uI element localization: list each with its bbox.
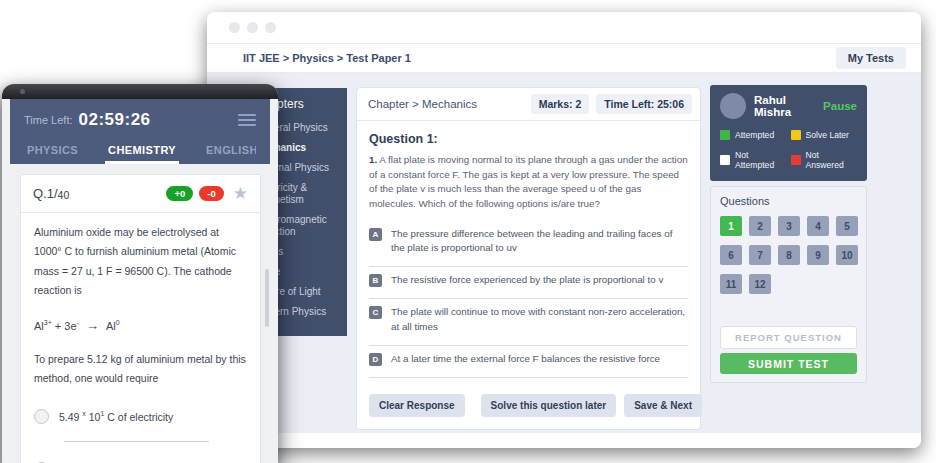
hamburger-menu-icon[interactable] bbox=[238, 114, 256, 126]
question-body: Question 1: 1. A flat plate is moving no… bbox=[357, 121, 700, 384]
status-legend: AttemptedSolve LaterNot AttemptedNot Ans… bbox=[720, 130, 857, 170]
formula-superscript: 3+ bbox=[44, 319, 52, 326]
solve-later-button[interactable]: Solve this question later bbox=[481, 394, 617, 417]
avatar bbox=[720, 93, 746, 119]
arrow-icon: → bbox=[86, 318, 99, 333]
option-c[interactable]: CThe plate will continue to move with co… bbox=[369, 299, 688, 345]
submit-test-button[interactable]: SUBMIT TEST bbox=[720, 353, 857, 374]
question-card: Chapter > Mechanics Marks: 2 Time Left: … bbox=[356, 87, 701, 430]
phone-question-card: Q.1/ 40 +0 -0 ★ Aluminium oxide may be e… bbox=[20, 174, 261, 463]
time-left-label: Time Left: bbox=[24, 114, 73, 126]
question-number-grid: 123456789101112 bbox=[720, 216, 857, 294]
report-question-button[interactable]: REPORT QUESTION bbox=[720, 326, 857, 349]
time-left-value: 02:59:26 bbox=[79, 110, 151, 130]
question-text: 1. A flat plate is moving normal to its … bbox=[369, 153, 688, 212]
tab-physics[interactable]: PHYSICS bbox=[24, 144, 81, 164]
tab-english-proficiency[interactable]: ENGLISH PROFICIENCY bbox=[203, 144, 256, 164]
page-content: Chapters General PhysicsMechanicsThermal… bbox=[207, 73, 921, 433]
camera-icon bbox=[20, 89, 25, 94]
legend-label: Not Answered bbox=[806, 150, 858, 170]
question-number-4[interactable]: 4 bbox=[807, 216, 829, 236]
option-text: The resistive force experienced by the p… bbox=[391, 273, 663, 287]
question-total: 40 bbox=[58, 189, 70, 201]
browser-toolbar bbox=[207, 12, 921, 44]
option-text: The plate will continue to move with con… bbox=[391, 305, 688, 333]
question-paragraph: To prepare 5.12 kg of aluminium metal by… bbox=[34, 350, 247, 389]
option-a[interactable]: AThe pressure difference between the lea… bbox=[369, 221, 688, 267]
option-b[interactable]: BThe resistive force experienced by the … bbox=[369, 267, 688, 299]
option-letter-badge: C bbox=[369, 306, 382, 319]
pause-button[interactable]: Pause bbox=[823, 100, 857, 112]
user-name: Rahul Mishra bbox=[754, 94, 815, 118]
formula-part: Al bbox=[34, 320, 44, 332]
option-letter-badge: B bbox=[369, 274, 382, 287]
window-control-dot bbox=[229, 22, 240, 33]
questions-panel: Questions 123456789101112 REPORT QUESTIO… bbox=[710, 186, 867, 383]
question-number-10[interactable]: 10 bbox=[836, 245, 858, 265]
questions-label: Questions bbox=[720, 195, 857, 207]
answer-option[interactable]: 5.49 x 101 C of electricity bbox=[34, 409, 247, 441]
save-next-button[interactable]: Save & Next bbox=[624, 394, 702, 417]
legend-label: Solve Later bbox=[806, 130, 849, 140]
legend-color-swatch bbox=[720, 155, 730, 165]
formula-superscript: - bbox=[77, 319, 79, 326]
question-number-1[interactable]: 1 bbox=[720, 216, 742, 236]
phone-question-body: Aluminium oxide may be electrolysed at 1… bbox=[21, 213, 260, 463]
question-number-12[interactable]: 12 bbox=[749, 274, 771, 294]
question-counter: Q.1/ bbox=[33, 186, 58, 201]
window-control-dot bbox=[265, 22, 276, 33]
legend-item-attempted: Attempted bbox=[720, 130, 787, 140]
browser-window: IIT JEE > Physics > Test Paper 1 My Test… bbox=[207, 12, 921, 448]
subject-tabs: PHYSICSCHEMISTRYENGLISH PROFICIENCY bbox=[24, 144, 256, 164]
option-d[interactable]: DAt a later time the external force F ba… bbox=[369, 346, 688, 378]
legend-item-solve-later: Solve Later bbox=[791, 130, 858, 140]
clear-response-button[interactable]: Clear Response bbox=[369, 394, 465, 417]
phone-mockup: Time Left: 02:59:26 PHYSICSCHEMISTRYENGL… bbox=[2, 84, 278, 463]
legend-color-swatch bbox=[720, 130, 730, 140]
formula-part: Al bbox=[106, 320, 116, 332]
radio-button[interactable] bbox=[34, 409, 49, 424]
right-panel: Rahul Mishra Pause AttemptedSolve LaterN… bbox=[710, 85, 867, 383]
option-letter-badge: D bbox=[369, 353, 382, 366]
question-number-2[interactable]: 2 bbox=[749, 216, 771, 236]
page: { "phone": { "header": { "time_label": "… bbox=[0, 0, 936, 463]
option-letter-badge: A bbox=[369, 228, 382, 241]
reaction-formula: Al3+ + 3e-→Al0 bbox=[34, 318, 247, 333]
marks-badge: Marks: 2 bbox=[531, 94, 590, 114]
question-paragraph: Aluminium oxide may be electrolysed at 1… bbox=[34, 223, 247, 301]
my-tests-button[interactable]: My Tests bbox=[836, 47, 906, 69]
question-number-9[interactable]: 9 bbox=[807, 245, 829, 265]
bookmark-star-icon[interactable]: ★ bbox=[233, 185, 248, 202]
phone-header: Time Left: 02:59:26 PHYSICSCHEMISTRYENGL… bbox=[10, 99, 270, 164]
question-number-6[interactable]: 6 bbox=[720, 245, 742, 265]
question-number-3[interactable]: 3 bbox=[778, 216, 800, 236]
question-title: Question 1: bbox=[369, 132, 688, 146]
option-text: The pressure difference between the lead… bbox=[391, 227, 688, 255]
question-number-5[interactable]: 5 bbox=[836, 216, 858, 236]
window-footer bbox=[207, 433, 921, 448]
legend-label: Attempted bbox=[735, 130, 774, 140]
legend-item-not-attempted: Not Attempted bbox=[720, 150, 787, 170]
scrollbar-thumb[interactable] bbox=[265, 269, 269, 327]
question-actions: Clear Response Solve this question later… bbox=[357, 384, 700, 429]
answer-option-text: 5.49 x 101 C of electricity bbox=[59, 410, 173, 423]
question-number-8[interactable]: 8 bbox=[778, 245, 800, 265]
time-left-badge: Time Left: 25:06 bbox=[596, 94, 692, 114]
legend-label: Not Attempted bbox=[735, 150, 787, 170]
phone-screen: Time Left: 02:59:26 PHYSICSCHEMISTRYENGL… bbox=[10, 99, 270, 463]
question-card-header: Chapter > Mechanics Marks: 2 Time Left: … bbox=[357, 88, 700, 121]
tab-chemistry[interactable]: CHEMISTRY bbox=[105, 144, 179, 164]
formula-superscript: 0 bbox=[116, 319, 120, 326]
top-navbar: IIT JEE > Physics > Test Paper 1 My Test… bbox=[207, 44, 921, 73]
window-control-dot bbox=[247, 22, 258, 33]
question-number-11[interactable]: 11 bbox=[720, 274, 742, 294]
formula-part: + 3e bbox=[52, 320, 77, 332]
divider bbox=[64, 441, 209, 442]
options-list: AThe pressure difference between the lea… bbox=[369, 221, 688, 378]
question-statement: A flat plate is moving normal to its pla… bbox=[369, 154, 688, 209]
question-number-7[interactable]: 7 bbox=[749, 245, 771, 265]
timer-row: Time Left: 02:59:26 bbox=[24, 110, 256, 130]
breadcrumb[interactable]: IIT JEE > Physics > Test Paper 1 bbox=[243, 52, 411, 64]
phone-bezel bbox=[2, 84, 278, 99]
legend-item-not-answered: Not Answered bbox=[791, 150, 858, 170]
